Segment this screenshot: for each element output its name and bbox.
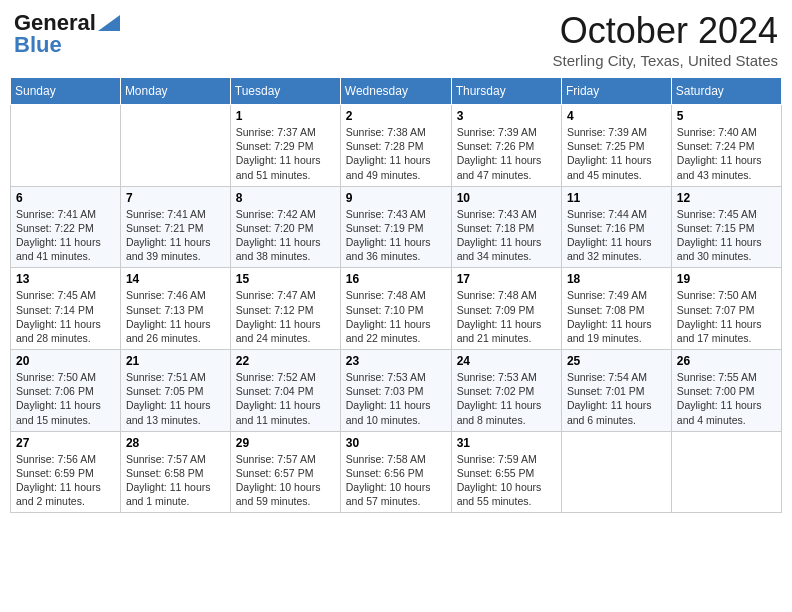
calendar-cell: 20Sunrise: 7:50 AM Sunset: 7:06 PM Dayli… (11, 350, 121, 432)
calendar-cell (671, 431, 781, 513)
location: Sterling City, Texas, United States (553, 52, 778, 69)
day-number: 18 (567, 272, 666, 286)
day-number: 10 (457, 191, 556, 205)
day-number: 5 (677, 109, 776, 123)
cell-info: Sunrise: 7:52 AM Sunset: 7:04 PM Dayligh… (236, 370, 335, 427)
calendar-cell: 29Sunrise: 7:57 AM Sunset: 6:57 PM Dayli… (230, 431, 340, 513)
cell-info: Sunrise: 7:39 AM Sunset: 7:25 PM Dayligh… (567, 125, 666, 182)
cell-info: Sunrise: 7:54 AM Sunset: 7:01 PM Dayligh… (567, 370, 666, 427)
day-number: 22 (236, 354, 335, 368)
weekday-header-wednesday: Wednesday (340, 78, 451, 105)
calendar-cell (561, 431, 671, 513)
calendar-cell: 18Sunrise: 7:49 AM Sunset: 7:08 PM Dayli… (561, 268, 671, 350)
calendar-cell: 6Sunrise: 7:41 AM Sunset: 7:22 PM Daylig… (11, 186, 121, 268)
cell-info: Sunrise: 7:49 AM Sunset: 7:08 PM Dayligh… (567, 288, 666, 345)
day-number: 23 (346, 354, 446, 368)
day-number: 31 (457, 436, 556, 450)
day-number: 26 (677, 354, 776, 368)
calendar-cell: 7Sunrise: 7:41 AM Sunset: 7:21 PM Daylig… (120, 186, 230, 268)
calendar-cell: 25Sunrise: 7:54 AM Sunset: 7:01 PM Dayli… (561, 350, 671, 432)
calendar-cell: 22Sunrise: 7:52 AM Sunset: 7:04 PM Dayli… (230, 350, 340, 432)
day-number: 12 (677, 191, 776, 205)
day-number: 27 (16, 436, 115, 450)
calendar-cell: 16Sunrise: 7:48 AM Sunset: 7:10 PM Dayli… (340, 268, 451, 350)
cell-info: Sunrise: 7:58 AM Sunset: 6:56 PM Dayligh… (346, 452, 446, 509)
cell-info: Sunrise: 7:50 AM Sunset: 7:07 PM Dayligh… (677, 288, 776, 345)
cell-info: Sunrise: 7:43 AM Sunset: 7:18 PM Dayligh… (457, 207, 556, 264)
day-number: 17 (457, 272, 556, 286)
calendar-cell: 27Sunrise: 7:56 AM Sunset: 6:59 PM Dayli… (11, 431, 121, 513)
calendar-table: SundayMondayTuesdayWednesdayThursdayFrid… (10, 77, 782, 513)
calendar-cell: 28Sunrise: 7:57 AM Sunset: 6:58 PM Dayli… (120, 431, 230, 513)
day-number: 8 (236, 191, 335, 205)
calendar-cell: 9Sunrise: 7:43 AM Sunset: 7:19 PM Daylig… (340, 186, 451, 268)
page-header: General Blue October 2024 Sterling City,… (10, 10, 782, 69)
calendar-cell (120, 105, 230, 187)
calendar-cell: 14Sunrise: 7:46 AM Sunset: 7:13 PM Dayli… (120, 268, 230, 350)
cell-info: Sunrise: 7:50 AM Sunset: 7:06 PM Dayligh… (16, 370, 115, 427)
cell-info: Sunrise: 7:57 AM Sunset: 6:58 PM Dayligh… (126, 452, 225, 509)
cell-info: Sunrise: 7:55 AM Sunset: 7:00 PM Dayligh… (677, 370, 776, 427)
cell-info: Sunrise: 7:56 AM Sunset: 6:59 PM Dayligh… (16, 452, 115, 509)
cell-info: Sunrise: 7:47 AM Sunset: 7:12 PM Dayligh… (236, 288, 335, 345)
svg-marker-0 (98, 15, 120, 31)
cell-info: Sunrise: 7:41 AM Sunset: 7:22 PM Dayligh… (16, 207, 115, 264)
day-number: 15 (236, 272, 335, 286)
calendar-cell: 21Sunrise: 7:51 AM Sunset: 7:05 PM Dayli… (120, 350, 230, 432)
calendar-cell: 3Sunrise: 7:39 AM Sunset: 7:26 PM Daylig… (451, 105, 561, 187)
month-title: October 2024 (553, 10, 778, 52)
day-number: 13 (16, 272, 115, 286)
cell-info: Sunrise: 7:48 AM Sunset: 7:10 PM Dayligh… (346, 288, 446, 345)
calendar-cell: 31Sunrise: 7:59 AM Sunset: 6:55 PM Dayli… (451, 431, 561, 513)
day-number: 3 (457, 109, 556, 123)
cell-info: Sunrise: 7:59 AM Sunset: 6:55 PM Dayligh… (457, 452, 556, 509)
cell-info: Sunrise: 7:44 AM Sunset: 7:16 PM Dayligh… (567, 207, 666, 264)
day-number: 21 (126, 354, 225, 368)
calendar-cell: 30Sunrise: 7:58 AM Sunset: 6:56 PM Dayli… (340, 431, 451, 513)
calendar-cell (11, 105, 121, 187)
cell-info: Sunrise: 7:46 AM Sunset: 7:13 PM Dayligh… (126, 288, 225, 345)
weekday-header-saturday: Saturday (671, 78, 781, 105)
day-number: 11 (567, 191, 666, 205)
cell-info: Sunrise: 7:51 AM Sunset: 7:05 PM Dayligh… (126, 370, 225, 427)
calendar-cell: 17Sunrise: 7:48 AM Sunset: 7:09 PM Dayli… (451, 268, 561, 350)
calendar-cell: 15Sunrise: 7:47 AM Sunset: 7:12 PM Dayli… (230, 268, 340, 350)
calendar-cell: 8Sunrise: 7:42 AM Sunset: 7:20 PM Daylig… (230, 186, 340, 268)
weekday-header-tuesday: Tuesday (230, 78, 340, 105)
calendar-cell: 4Sunrise: 7:39 AM Sunset: 7:25 PM Daylig… (561, 105, 671, 187)
day-number: 4 (567, 109, 666, 123)
calendar-cell: 11Sunrise: 7:44 AM Sunset: 7:16 PM Dayli… (561, 186, 671, 268)
calendar-cell: 23Sunrise: 7:53 AM Sunset: 7:03 PM Dayli… (340, 350, 451, 432)
title-block: October 2024 Sterling City, Texas, Unite… (553, 10, 778, 69)
cell-info: Sunrise: 7:39 AM Sunset: 7:26 PM Dayligh… (457, 125, 556, 182)
day-number: 16 (346, 272, 446, 286)
cell-info: Sunrise: 7:53 AM Sunset: 7:03 PM Dayligh… (346, 370, 446, 427)
calendar-cell: 13Sunrise: 7:45 AM Sunset: 7:14 PM Dayli… (11, 268, 121, 350)
cell-info: Sunrise: 7:41 AM Sunset: 7:21 PM Dayligh… (126, 207, 225, 264)
cell-info: Sunrise: 7:45 AM Sunset: 7:15 PM Dayligh… (677, 207, 776, 264)
day-number: 2 (346, 109, 446, 123)
day-number: 28 (126, 436, 225, 450)
logo: General Blue (14, 10, 120, 58)
cell-info: Sunrise: 7:42 AM Sunset: 7:20 PM Dayligh… (236, 207, 335, 264)
calendar-cell: 2Sunrise: 7:38 AM Sunset: 7:28 PM Daylig… (340, 105, 451, 187)
day-number: 29 (236, 436, 335, 450)
cell-info: Sunrise: 7:48 AM Sunset: 7:09 PM Dayligh… (457, 288, 556, 345)
cell-info: Sunrise: 7:38 AM Sunset: 7:28 PM Dayligh… (346, 125, 446, 182)
calendar-cell: 26Sunrise: 7:55 AM Sunset: 7:00 PM Dayli… (671, 350, 781, 432)
day-number: 6 (16, 191, 115, 205)
weekday-header-thursday: Thursday (451, 78, 561, 105)
day-number: 25 (567, 354, 666, 368)
calendar-cell: 12Sunrise: 7:45 AM Sunset: 7:15 PM Dayli… (671, 186, 781, 268)
calendar-cell: 1Sunrise: 7:37 AM Sunset: 7:29 PM Daylig… (230, 105, 340, 187)
weekday-header-monday: Monday (120, 78, 230, 105)
calendar-cell: 19Sunrise: 7:50 AM Sunset: 7:07 PM Dayli… (671, 268, 781, 350)
day-number: 20 (16, 354, 115, 368)
weekday-header-sunday: Sunday (11, 78, 121, 105)
day-number: 1 (236, 109, 335, 123)
cell-info: Sunrise: 7:57 AM Sunset: 6:57 PM Dayligh… (236, 452, 335, 509)
weekday-header-friday: Friday (561, 78, 671, 105)
cell-info: Sunrise: 7:53 AM Sunset: 7:02 PM Dayligh… (457, 370, 556, 427)
day-number: 9 (346, 191, 446, 205)
calendar-cell: 24Sunrise: 7:53 AM Sunset: 7:02 PM Dayli… (451, 350, 561, 432)
